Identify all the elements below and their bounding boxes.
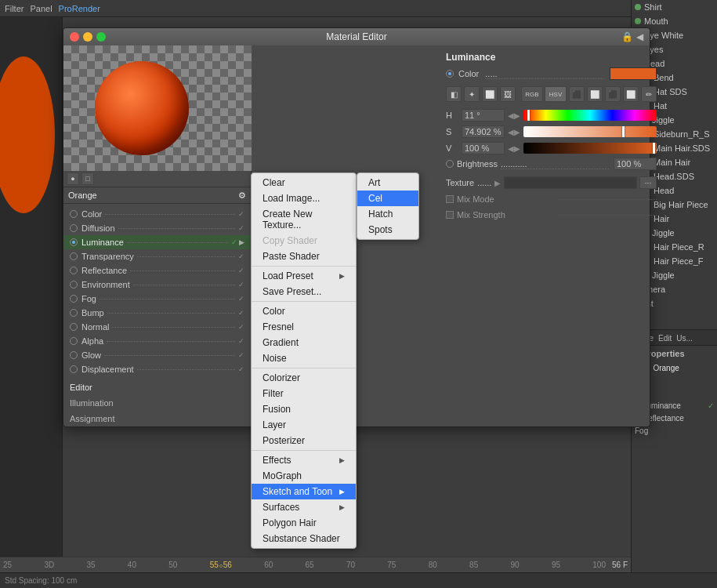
ctx-layer[interactable]: Layer [252,417,356,433]
channel-bump[interactable]: Bump ✓ [63,306,251,320]
sub-illumination[interactable]: Illumination [63,395,251,411]
color-radio[interactable] [446,70,454,78]
channel-diffusion[interactable]: Diffusion ✓ [63,221,251,235]
ctx-filter[interactable]: Filter [252,386,356,401]
ctx-fusion[interactable]: Fusion [252,401,356,417]
ctx-create-texture[interactable]: Create New Texture... [252,206,356,233]
texture-menu-btn[interactable]: ··· [639,176,657,189]
user-label[interactable]: Us... [676,334,693,343]
ctx-effects[interactable]: Effects [252,452,356,468]
icon-btn-4[interactable]: 🖼 [500,86,516,102]
h-slider-row: H 11 ° ◀▶ [446,108,657,122]
icon-btn-pen[interactable]: ✏ [641,86,657,102]
mat-options-btn[interactable]: ⚙ [238,191,246,201]
h-thumb[interactable] [527,110,530,121]
channel-environment[interactable]: Environment ✓ [63,278,251,292]
channel-radio-transparency[interactable] [70,252,78,260]
channel-check-glow: ✓ [238,351,244,359]
ctx-gradient[interactable]: Gradient [252,335,356,350]
icon-btn-2[interactable]: ✦ [464,86,480,102]
sub-art[interactable]: Art [357,175,418,191]
channel-radio-alpha[interactable] [70,337,78,345]
sub-spots[interactable]: Spots [357,222,418,238]
sub-cel[interactable]: Cel [357,191,418,206]
brightness-radio[interactable] [446,160,454,168]
ctx-substance-shader[interactable]: Substance Shader [252,531,356,546]
color-swatch[interactable] [610,67,657,80]
icon-btn-1[interactable]: ◧ [446,86,462,102]
channel-normal[interactable]: Normal ✓ [63,320,251,334]
mix-strength-check[interactable] [446,211,454,219]
v-track[interactable] [523,143,657,154]
s-value[interactable]: 74.902 % [462,125,505,138]
channel-radio-fog[interactable] [70,295,78,303]
sub-menu: Art Cel Hatch Spots [357,172,419,240]
h-track[interactable] [523,110,657,121]
texture-bar[interactable] [504,176,637,189]
channel-fog[interactable]: Fog ✓ [63,292,251,306]
h-value[interactable]: 11 ° [462,109,505,122]
s-track[interactable] [523,126,657,137]
filter-label[interactable]: Filter [5,4,24,13]
ctx-clear[interactable]: Clear [252,175,356,191]
channel-radio-bump[interactable] [70,309,78,317]
scene-item-shirt[interactable]: Shirt [632,0,717,14]
s-label: S [446,127,462,136]
channel-reflectance[interactable]: Reflectance ✓ [63,263,251,278]
icon-btn-7[interactable]: ⬛ [605,86,621,102]
mat-left-panel: ● □ Orange ⚙ Color ✓ Diffusion [63,45,252,426]
channel-alpha[interactable]: Alpha ✓ [63,334,251,348]
channel-transparency[interactable]: Transparency ✓ [63,249,251,263]
texture-arrow[interactable]: ▶ [494,179,501,187]
channel-radio-displacement[interactable] [70,365,78,373]
ctx-surfaces[interactable]: Surfaces [252,499,356,515]
ctx-color[interactable]: Color [252,303,356,319]
mat-name: Orange ⚙ [63,187,251,204]
mat-preview [63,45,252,171]
ctx-sketch-toon[interactable]: Sketch and Toon [252,484,356,499]
sub-editor[interactable]: Editor [63,379,251,395]
window-close-button[interactable] [70,32,79,42]
window-minimize-button[interactable] [83,32,92,42]
ctx-paste-shader[interactable]: Paste Shader [252,249,356,264]
v-thumb[interactable] [653,143,655,154]
channel-radio-reflectance[interactable] [70,267,78,274]
ctx-posterizer[interactable]: Posterizer [252,433,356,448]
channel-radio-luminance[interactable] [70,238,78,246]
channel-luminance[interactable]: Luminance ✓ ▶ [63,235,251,249]
sub-hatch[interactable]: Hatch [357,206,418,222]
hsv-btn[interactable]: HSV [545,86,567,102]
channel-radio-diffusion[interactable] [70,224,78,232]
icon-btn-5[interactable]: ⬛ [569,86,585,102]
ctx-polygon-hair[interactable]: Polygon Hair [252,515,356,531]
preview-sphere-btn[interactable]: ● [67,172,79,185]
icon-btn-8[interactable]: ⬜ [623,86,639,102]
brightness-value[interactable]: 100 % [614,158,657,170]
preview-flat-btn[interactable]: □ [81,172,94,185]
prorender-label[interactable]: ProRender [59,4,100,13]
sub-assignment[interactable]: Assignment [63,411,251,426]
ctx-save-preset[interactable]: Save Preset... [252,284,356,299]
ctx-noise[interactable]: Noise [252,350,356,366]
icon-btn-6[interactable]: ⬜ [587,86,603,102]
channel-radio-glow[interactable] [70,351,78,359]
channel-radio-color[interactable] [70,210,78,218]
v-value[interactable]: 100 % [462,142,505,154]
channel-glow[interactable]: Glow ✓ [63,348,251,362]
panel-label[interactable]: Panel [30,4,52,13]
channel-color[interactable]: Color ✓ [63,207,251,221]
ctx-colorizer[interactable]: Colorizer [252,370,356,386]
window-maximize-button[interactable] [96,32,106,42]
channel-radio-normal[interactable] [70,323,78,331]
mix-mode-check[interactable] [446,195,454,203]
ctx-mograph[interactable]: MoGraph [252,468,356,484]
s-thumb[interactable] [622,126,625,137]
rgb-btn[interactable]: RGB [521,86,543,102]
ctx-load-preset[interactable]: Load Preset [252,268,356,284]
ctx-fresnel[interactable]: Fresnel [252,319,356,335]
ctx-load-image[interactable]: Load Image... [252,191,356,206]
scene-item-mouth[interactable]: Mouth [632,14,717,28]
channel-displacement[interactable]: Displacement ✓ [63,362,251,376]
icon-btn-3[interactable]: ⬜ [482,86,498,102]
channel-radio-environment[interactable] [70,281,78,289]
